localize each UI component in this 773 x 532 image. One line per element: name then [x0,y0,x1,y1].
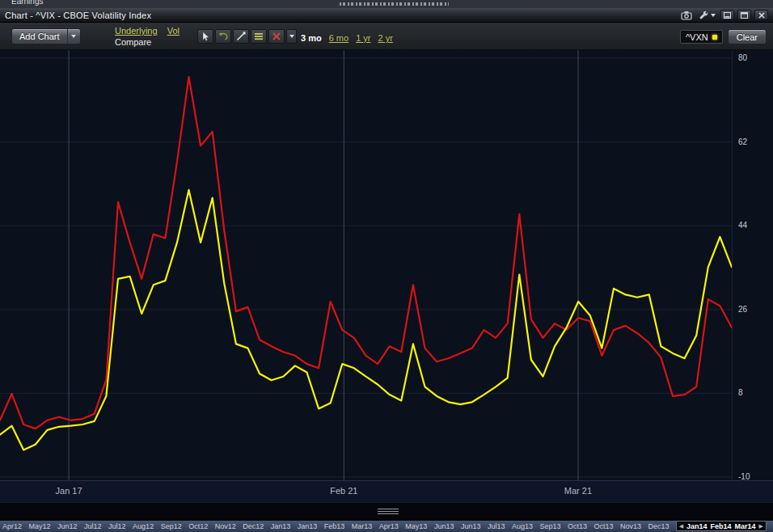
trendline-icon [236,32,246,41]
chart-canvas[interactable] [0,50,732,480]
underlying-link[interactable]: Underlying [115,26,158,36]
chart-window: Earnings Chart - ^VIX - CBOE Volatility … [0,0,773,532]
resize-grip-icon[interactable] [378,509,399,515]
selected-months: Jan14Feb14Mar14 [686,522,756,530]
range-month-label[interactable]: Jul12 [84,522,102,530]
background-earnings-label: Earnings [11,0,43,6]
window-title: Chart - ^VIX - CBOE Volatility Index [5,11,151,20]
range-month-label[interactable]: Oct13 [568,522,587,530]
time-range-selector: 3 mo6 mo1 yr2 yr [301,33,400,43]
range-month-label[interactable]: Apr12 [2,522,22,530]
close-button[interactable] [754,10,768,20]
series-color-dot-icon [712,35,717,40]
range-month-label[interactable]: Nov13 [620,522,641,530]
range-month-label[interactable]: Nov12 [215,522,236,530]
drawing-toolbar [197,29,297,44]
compare-controls: ^VXN Clear [680,29,767,44]
range-link-1-yr[interactable]: 1 yr [356,33,370,43]
range-month-label[interactable]: Jan13 [298,522,318,530]
trendline-tool-button[interactable] [233,29,249,44]
range-month-label[interactable]: Oct12 [188,522,208,530]
range-right-arrow-icon[interactable]: ▶ [759,523,763,529]
chart-plot-area[interactable] [0,50,732,480]
titlebar[interactable]: Chart - ^VIX - CBOE Volatility Index [0,8,773,23]
titlebar-controls [679,10,768,20]
cursor-tool-button[interactable] [197,29,213,44]
clear-button[interactable]: Clear [728,29,767,44]
compare-symbol-label: ^VXN [686,32,708,42]
selected-month-label: Feb14 [711,522,732,530]
compare-symbol-badge[interactable]: ^VXN [680,30,723,44]
range-left-arrow-icon[interactable]: ◀ [679,523,683,529]
x-axis-date-label: Jan 17 [56,486,82,496]
selected-month-label: Mar14 [735,522,756,530]
add-chart-label: Add Chart [12,32,67,41]
selected-range-box[interactable]: ◀ Jan14Feb14Mar14 ▶ [676,521,767,531]
studies-icon [254,32,264,41]
compare-link[interactable]: Compare [115,37,151,47]
selected-month-label: Jan14 [686,522,708,530]
range-month-label[interactable]: Apr13 [379,522,399,530]
range-month-label[interactable]: Jul12 [108,522,126,530]
range-link-2-yr[interactable]: 2 yr [378,33,393,43]
range-month-label[interactable]: Oct13 [594,522,614,530]
wrench-icon[interactable] [697,11,717,20]
range-month-label[interactable]: Jul13 [488,522,505,530]
range-link-3-mo[interactable]: 3 mo [301,33,322,43]
background-clipped-text [340,2,449,6]
range-month-label[interactable]: Feb13 [324,522,345,530]
range-month-label[interactable]: Jun13 [434,522,454,530]
range-month-label[interactable]: Dec13 [648,522,670,530]
y-axis-label: 26 [738,305,747,314]
range-month-label[interactable]: Sep12 [161,522,182,530]
range-month-label[interactable]: Jun13 [461,522,481,530]
range-month-label[interactable]: May13 [405,522,427,530]
background-app-strip: Earnings [0,0,773,8]
range-month-label[interactable]: Mar13 [352,522,373,530]
range-month-list: Apr12May12Jun12Jul12Jul12Aug12Sep12Oct12… [2,521,676,532]
y-axis-label: 80 [738,53,747,62]
x-axis-date-band: Jan 17Feb 21Mar 21 [0,480,773,502]
undo-tool-button[interactable] [215,29,231,44]
studies-tool-button[interactable] [251,29,267,44]
delete-x-icon [272,32,281,41]
range-month-label[interactable]: Jan13 [271,522,291,530]
y-axis-label: 8 [738,388,743,397]
add-chart-dropdown[interactable] [67,29,80,44]
range-selector-bar[interactable]: Apr12May12Jun12Jul12Jul12Aug12Sep12Oct12… [0,521,773,532]
chevron-down-icon [71,35,76,38]
y-axis-label: 62 [738,137,747,146]
range-month-label[interactable]: Sep13 [539,522,560,530]
chart-toolbar: Add Chart Underlying Vol Compare [0,23,773,50]
range-month-label[interactable]: May12 [29,522,51,530]
range-link-6-mo[interactable]: 6 mo [329,33,348,43]
camera-icon[interactable] [679,11,694,20]
undo-icon [218,32,228,41]
minimize-button[interactable] [720,10,734,20]
x-axis-date-label: Mar 21 [564,486,592,496]
y-axis: 806244268-10 [732,50,773,480]
chart-mode-links: Underlying Vol Compare [115,25,187,48]
tools-dropdown-button[interactable] [286,29,297,44]
chevron-down-icon [289,35,294,38]
range-month-label[interactable]: Dec12 [243,522,264,530]
vol-link[interactable]: Vol [167,26,180,36]
remove-drawings-button[interactable] [268,29,285,44]
range-month-label[interactable]: Aug12 [133,522,154,530]
x-axis-date-label: Feb 21 [330,486,357,496]
maximize-button[interactable] [737,10,751,20]
y-axis-label: 44 [738,221,747,230]
range-month-label[interactable]: Jun12 [57,522,78,530]
cursor-icon [201,32,210,41]
bottom-scroll-strip[interactable] [0,502,773,521]
range-month-label[interactable]: Aug13 [512,522,533,530]
add-chart-button[interactable]: Add Chart [11,28,81,44]
